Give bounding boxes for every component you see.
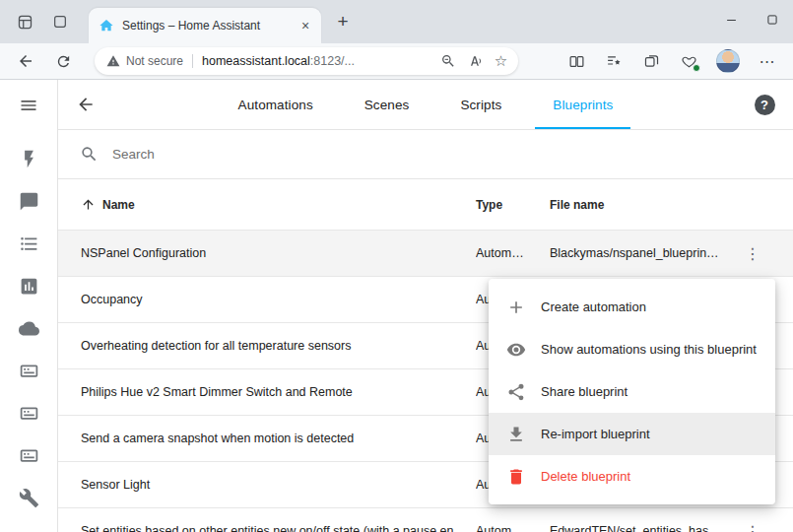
sidebar-cloud-icon[interactable]: [0, 307, 58, 350]
sidebar-nas-2-icon[interactable]: [0, 392, 58, 434]
menu-delete-blueprint[interactable]: Delete blueprint: [489, 455, 775, 498]
browser-essentials-icon[interactable]: [673, 46, 704, 76]
menu-item-label: Show automations using this blueprint: [541, 342, 757, 357]
menu-item-label: Delete blueprint: [541, 469, 630, 484]
sidebar-logbook-icon[interactable]: [0, 180, 58, 223]
trash-icon: [505, 466, 526, 487]
security-label[interactable]: Not secure: [126, 54, 183, 68]
sidebar-nas-3-icon[interactable]: [0, 434, 58, 477]
not-secure-icon: [106, 54, 120, 68]
row-name: Philips Hue v2 Smart Dimmer Switch and R…: [81, 385, 476, 399]
back-icon[interactable]: [10, 46, 41, 76]
search-placeholder: Search: [112, 147, 155, 162]
sidebar-nas-1-icon[interactable]: [0, 350, 58, 392]
profile-avatar[interactable]: [716, 49, 740, 73]
tab-automations[interactable]: Automations: [213, 80, 339, 129]
ha-back-icon[interactable]: [66, 85, 105, 124]
row-name: Sensor Light: [81, 478, 476, 492]
window-controls: [710, 0, 793, 39]
ha-sidebar: [0, 80, 58, 532]
row-type: Autom…: [476, 246, 550, 260]
column-header-type[interactable]: Type: [476, 198, 550, 212]
table-row[interactable]: NSPanel Configuration Autom… Blackymas/n…: [58, 231, 793, 277]
read-aloud-icon[interactable]: [461, 48, 488, 74]
split-screen-icon[interactable]: [561, 46, 592, 76]
row-type: Autom…: [476, 524, 550, 532]
row-name: Set entities based on other entities new…: [81, 524, 476, 532]
new-tab-icon[interactable]: +: [329, 8, 357, 35]
refresh-icon[interactable]: [47, 46, 79, 76]
url-path: :8123/...: [310, 54, 434, 68]
menu-share-blueprint[interactable]: Share blueprint: [489, 370, 775, 413]
minimize-icon[interactable]: [710, 0, 752, 39]
row-name: NSPanel Configuration: [81, 246, 476, 260]
url-host: homeassistant.local: [202, 54, 310, 68]
row-overflow-icon[interactable]: ⋮: [736, 514, 769, 532]
address-bar[interactable]: Not secure homeassistant.local :8123/...…: [95, 47, 518, 75]
essentials-status-dot: [693, 64, 700, 72]
help-icon[interactable]: ?: [746, 86, 783, 123]
tab-title: Settings – Home Assistant: [122, 19, 296, 33]
tab-close-icon[interactable]: ×: [296, 16, 315, 35]
sidebar-menu-icon[interactable]: [0, 80, 58, 130]
share-icon: [505, 381, 526, 402]
tab-blueprints[interactable]: Blueprints: [527, 80, 638, 129]
download-icon: [505, 424, 526, 444]
menu-item-label: Re-import blueprint: [541, 427, 650, 441]
sidebar-history-icon[interactable]: [0, 265, 58, 307]
tab-scenes[interactable]: Scenes: [339, 80, 435, 129]
row-name: Send a camera snapshot when motion is de…: [81, 432, 476, 445]
row-file: EdwardTEN/set_entities_has…: [550, 524, 732, 532]
row-name: Overheating detection for all temperatur…: [81, 339, 476, 353]
ha-tabs: Automations Scenes Scripts Blueprints: [105, 80, 746, 129]
plus-icon: [505, 297, 526, 317]
tab-actions-icon[interactable]: [45, 7, 75, 36]
search-icon: [80, 145, 99, 164]
table-header-row: Name Type File name: [58, 179, 793, 231]
browser-toolbar: Not secure homeassistant.local :8123/...…: [0, 43, 793, 80]
menu-reimport-blueprint[interactable]: Re-import blueprint: [489, 413, 775, 455]
column-header-name[interactable]: Name: [102, 198, 135, 212]
blueprint-context-menu: Create automation Show automations using…: [489, 279, 775, 504]
favorites-icon[interactable]: [598, 46, 629, 76]
browser-tab[interactable]: Settings – Home Assistant ×: [89, 8, 321, 43]
ha-header: Automations Scenes Scripts Blueprints ?: [58, 80, 793, 130]
zoom-out-icon[interactable]: [434, 48, 461, 74]
maximize-icon[interactable]: [752, 0, 793, 39]
collections-icon[interactable]: [635, 46, 667, 76]
url-divider: [192, 54, 193, 68]
workspaces-icon[interactable]: [10, 7, 39, 36]
menu-create-automation[interactable]: Create automation: [489, 286, 775, 328]
search-input[interactable]: Search: [58, 130, 793, 179]
menu-item-label: Share blueprint: [541, 384, 628, 399]
settings-more-icon[interactable]: ⋯: [752, 46, 783, 76]
sidebar-todo-list-icon[interactable]: [0, 223, 58, 265]
row-file: Blackymas/nspanel_blueprin…: [550, 246, 732, 260]
column-header-file[interactable]: File name: [550, 198, 732, 212]
table-row[interactable]: Set entities based on other entities new…: [58, 508, 793, 532]
sidebar-nav: [0, 138, 58, 519]
menu-item-label: Create automation: [541, 299, 646, 314]
row-name: Occupancy: [81, 293, 476, 306]
eye-icon: [505, 339, 526, 360]
row-overflow-icon[interactable]: ⋮: [736, 236, 769, 270]
sidebar-developer-tools-icon[interactable]: [0, 477, 58, 519]
browser-window: Settings – Home Assistant × + Not secure: [0, 0, 793, 80]
favorite-star-icon[interactable]: ☆: [488, 48, 514, 74]
sidebar-energy-icon[interactable]: [0, 138, 58, 180]
sort-ascending-icon[interactable]: [81, 197, 96, 212]
tab-scripts[interactable]: Scripts: [434, 80, 527, 129]
browser-titlebar: Settings – Home Assistant × +: [0, 0, 793, 43]
menu-show-automations[interactable]: Show automations using this blueprint: [489, 328, 775, 370]
help-question-mark: ?: [755, 95, 775, 115]
home-assistant-favicon: [99, 18, 114, 33]
